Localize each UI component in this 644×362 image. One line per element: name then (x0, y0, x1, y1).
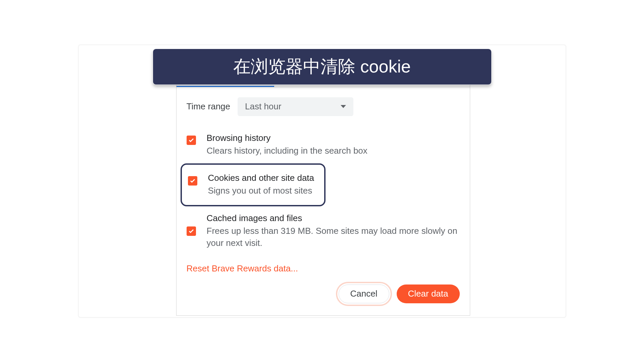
option-text: Cookies and other site data Signs you ou… (208, 173, 314, 197)
checkmark-icon (190, 178, 196, 184)
option-text: Cached images and files Frees up less th… (207, 213, 460, 249)
option-cookies-highlighted[interactable]: Cookies and other site data Signs you ou… (181, 163, 326, 206)
option-browsing-history[interactable]: Browsing history Clears history, includi… (187, 128, 460, 161)
clear-browsing-data-dialog: Basic Advanced On exit Time range Last h… (176, 65, 470, 316)
tutorial-frame: Basic Advanced On exit Time range Last h… (78, 44, 566, 318)
dialog-content: Time range Last hour Browsing history Cl… (177, 87, 470, 274)
option-desc: Frees up less than 319 MB. Some sites ma… (207, 225, 460, 249)
time-range-value: Last hour (245, 101, 281, 112)
chevron-down-icon (341, 105, 346, 108)
dialog-footer: Cancel Clear data (177, 274, 470, 315)
banner-title: 在浏览器中清除 cookie (233, 55, 411, 79)
time-range-select[interactable]: Last hour (238, 97, 353, 116)
option-desc: Signs you out of most sites (208, 185, 314, 197)
checkbox-browsing-history[interactable] (187, 136, 196, 145)
checkmark-icon (188, 228, 194, 234)
option-text: Browsing history Clears history, includi… (207, 133, 367, 157)
instruction-banner: 在浏览器中清除 cookie (153, 49, 492, 85)
checkbox-cookies[interactable] (188, 176, 197, 186)
cancel-highlight-ring: Cancel (336, 282, 392, 306)
checkmark-icon (188, 137, 194, 143)
option-title: Browsing history (207, 133, 367, 143)
option-cached-images[interactable]: Cached images and files Frees up less th… (187, 208, 460, 254)
time-range-label: Time range (187, 101, 231, 112)
clear-data-button[interactable]: Clear data (397, 285, 460, 303)
time-range-row: Time range Last hour (187, 97, 460, 116)
checkbox-cache[interactable] (187, 226, 196, 236)
option-title: Cached images and files (207, 213, 460, 223)
reset-brave-rewards-link[interactable]: Reset Brave Rewards data... (187, 263, 298, 274)
option-title: Cookies and other site data (208, 173, 314, 183)
option-desc: Clears history, including in the search … (207, 145, 367, 157)
cancel-button[interactable]: Cancel (339, 285, 389, 303)
